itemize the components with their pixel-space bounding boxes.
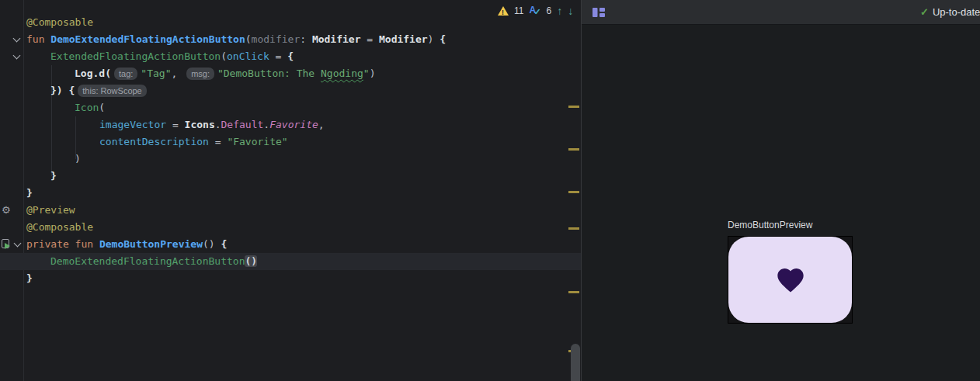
code-token: ExtendedFloatingActionButton — [50, 50, 221, 62]
code-token: ) — [370, 68, 376, 79]
inlay-hint-chip: tag: — [114, 68, 137, 80]
code-token: onClick — [227, 50, 269, 62]
code-token: }) { — [50, 85, 75, 96]
code-token: "Tag" — [141, 68, 171, 79]
code-token: contentDescription — [99, 136, 209, 147]
code-token: ) — [75, 153, 81, 165]
code-line[interactable]: ExtendedFloatingActionButton(onClick = { — [0, 48, 581, 65]
code-token: imageVector — [99, 119, 166, 130]
code-token: private fun — [26, 238, 99, 250]
code-line[interactable]: imageVector = Icons.Default.Favorite, — [0, 116, 581, 133]
code-token: modifier — [252, 33, 301, 45]
code-line[interactable]: Log.d(tag:"Tag", msg:"DemoButton: The Ng… — [0, 65, 581, 82]
editor-scrollbar-thumb[interactable] — [571, 344, 580, 381]
code-text: } — [26, 185, 33, 202]
inlay-hint-chip: msg: — [186, 68, 214, 80]
code-text: Log.d(tag:"Tag", msg:"DemoButton: The Ng… — [26, 65, 375, 82]
gutter-cell[interactable] — [0, 236, 23, 253]
code-token: } — [50, 170, 57, 182]
code-line[interactable]: ) — [0, 151, 581, 168]
code-token: DemoExtendedFloatingActionButton — [50, 255, 245, 267]
code-token: @Composable — [26, 221, 93, 233]
code-line[interactable]: ⚙@Preview — [0, 202, 581, 219]
code-text: ) — [26, 151, 81, 168]
code-text: fun DemoExtendedFloatingActionButton(mod… — [26, 31, 446, 48]
preview-toolbar: ✓ Up-to-date — [582, 0, 980, 25]
code-token: { — [221, 238, 227, 250]
code-token: = — [269, 50, 287, 62]
code-line[interactable]: DemoExtendedFloatingActionButton() — [0, 253, 581, 270]
code-text: } — [26, 270, 33, 287]
code-token: () — [203, 238, 221, 250]
code-line[interactable]: Icon( — [0, 99, 581, 116]
code-token: , — [171, 68, 183, 79]
warning-stripe-mark[interactable] — [568, 227, 579, 230]
fold-chevron-icon[interactable] — [14, 240, 22, 248]
gutter-cell — [0, 65, 23, 82]
code-line[interactable]: private fun DemoButtonPreview() { — [0, 236, 581, 253]
code-token: Modifier — [312, 33, 361, 45]
grid-view-icon[interactable] — [593, 7, 605, 18]
code-text: @Preview — [26, 202, 75, 219]
gear-icon[interactable]: ⚙ — [2, 202, 11, 219]
code-text: contentDescription = "Favorite" — [26, 133, 288, 151]
code-token: Default — [221, 119, 264, 130]
extended-fab-preview — [728, 237, 852, 323]
fold-chevron-icon[interactable] — [13, 52, 21, 60]
warning-stripe-mark[interactable] — [568, 106, 579, 108]
code-line[interactable]: @Composable — [0, 219, 581, 236]
code-line[interactable]: } — [0, 185, 581, 202]
inspection-widget: ! 11 A✓ 6 ↑ ↓ — [498, 4, 573, 18]
typo-check-icon[interactable]: A✓ — [529, 5, 540, 16]
code-token: ( — [245, 33, 252, 45]
code-token: Icon — [75, 102, 99, 113]
code-editor[interactable]: @Composablefun DemoExtendedFloatingActio… — [0, 0, 581, 381]
code-token: @Preview — [26, 204, 75, 216]
code-line[interactable]: fun DemoExtendedFloatingActionButton(mod… — [0, 31, 581, 48]
code-token: ( — [99, 102, 105, 113]
fold-chevron-icon[interactable] — [13, 35, 21, 43]
code-text: }) {this: RowScope — [26, 82, 150, 99]
code-token: . — [215, 119, 221, 130]
gutter-cell — [0, 14, 23, 31]
code-token: { — [287, 50, 294, 62]
run-preview-icon[interactable] — [2, 239, 9, 248]
warning-stripe-mark[interactable] — [568, 291, 579, 293]
code-line[interactable]: @Composable — [0, 14, 581, 31]
warning-stripe-mark[interactable] — [568, 191, 579, 193]
code-token: () — [245, 255, 257, 267]
warning-stripe-mark[interactable] — [568, 148, 579, 151]
gutter-cell — [0, 151, 23, 168]
warning-triangle-icon[interactable]: ! — [498, 6, 509, 16]
code-token: Icons — [185, 119, 215, 130]
code-token: Modifier — [379, 33, 428, 45]
code-token: = — [166, 119, 184, 130]
build-status[interactable]: ✓ Up-to-date — [920, 6, 980, 18]
code-line[interactable]: }) {this: RowScope — [0, 82, 581, 99]
compose-preview-panel: ✓ Up-to-date DemoButtonPreview — [582, 0, 980, 381]
code-token: Favorite — [269, 119, 318, 130]
preview-frame — [728, 236, 853, 324]
code-token: , — [318, 119, 325, 130]
code-line[interactable]: } — [0, 270, 581, 287]
code-token: . — [263, 119, 269, 130]
code-token: "Favorite" — [227, 136, 287, 147]
typo-count[interactable]: 6 — [546, 5, 551, 16]
android-studio-window: @Composablefun DemoExtendedFloatingActio… — [0, 0, 980, 381]
code-lines: @Composablefun DemoExtendedFloatingActio… — [0, 14, 581, 287]
preview-title: DemoButtonPreview — [728, 220, 812, 230]
gutter-cell — [0, 99, 23, 116]
code-line[interactable]: contentDescription = "Favorite" — [0, 133, 581, 151]
code-token: } — [26, 272, 33, 284]
gutter-cell[interactable]: ⚙ — [0, 202, 23, 219]
warning-count[interactable]: 11 — [514, 5, 523, 16]
code-token: @Composable — [26, 16, 93, 28]
code-text: private fun DemoButtonPreview() { — [26, 236, 227, 253]
gutter-cell — [0, 270, 23, 287]
gutter-cell — [0, 185, 23, 202]
arrow-up-icon[interactable]: ↑ — [557, 5, 562, 16]
code-token: fun — [26, 33, 50, 45]
gutter-cell[interactable] — [0, 31, 23, 48]
gutter-cell[interactable] — [0, 48, 23, 65]
code-line[interactable]: } — [0, 168, 581, 185]
